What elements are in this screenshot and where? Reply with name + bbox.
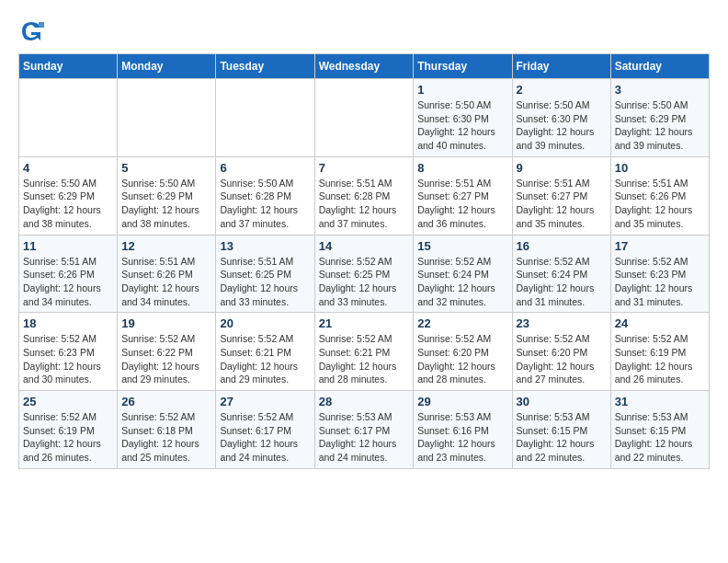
day-number: 12 [121, 239, 211, 253]
day-number: 7 [319, 161, 410, 175]
day-cell: 11Sunrise: 5:51 AM Sunset: 6:26 PM Dayli… [19, 235, 118, 313]
week-row-5: 25Sunrise: 5:52 AM Sunset: 6:19 PM Dayli… [19, 391, 710, 469]
day-cell [19, 79, 118, 157]
day-info: Sunrise: 5:52 AM Sunset: 6:21 PM Dayligh… [319, 332, 410, 386]
day-info: Sunrise: 5:53 AM Sunset: 6:15 PM Dayligh… [517, 410, 607, 465]
day-cell: 7Sunrise: 5:51 AM Sunset: 6:28 PM Daylig… [314, 156, 414, 235]
day-cell: 14Sunrise: 5:52 AM Sunset: 6:25 PM Dayli… [314, 235, 414, 313]
logo [18, 18, 48, 44]
day-info: Sunrise: 5:52 AM Sunset: 6:25 PM Dayligh… [319, 255, 410, 309]
day-number: 3 [615, 83, 705, 97]
day-number: 5 [121, 161, 211, 175]
day-header-thursday: Thursday [414, 54, 512, 79]
day-cell: 24Sunrise: 5:52 AM Sunset: 6:19 PM Dayli… [610, 313, 709, 391]
day-number: 11 [23, 239, 113, 253]
day-cell: 19Sunrise: 5:52 AM Sunset: 6:22 PM Dayli… [118, 313, 216, 391]
day-cell: 28Sunrise: 5:53 AM Sunset: 6:17 PM Dayli… [314, 391, 414, 469]
day-number: 4 [23, 161, 113, 175]
day-number: 20 [220, 316, 310, 330]
day-number: 31 [615, 395, 705, 408]
day-info: Sunrise: 5:50 AM Sunset: 6:29 PM Dayligh… [615, 98, 705, 153]
day-cell: 30Sunrise: 5:53 AM Sunset: 6:15 PM Dayli… [512, 391, 610, 469]
day-number: 21 [319, 316, 410, 330]
day-number: 30 [517, 395, 607, 408]
day-number: 26 [121, 395, 211, 408]
day-number: 29 [417, 395, 507, 408]
day-info: Sunrise: 5:53 AM Sunset: 6:16 PM Dayligh… [417, 410, 507, 465]
day-cell [216, 79, 314, 157]
day-cell: 9Sunrise: 5:51 AM Sunset: 6:27 PM Daylig… [512, 156, 610, 235]
day-info: Sunrise: 5:51 AM Sunset: 6:26 PM Dayligh… [615, 177, 705, 231]
day-info: Sunrise: 5:51 AM Sunset: 6:26 PM Dayligh… [23, 255, 113, 309]
day-info: Sunrise: 5:52 AM Sunset: 6:23 PM Dayligh… [23, 332, 113, 386]
day-info: Sunrise: 5:52 AM Sunset: 6:19 PM Dayligh… [23, 410, 113, 465]
day-header-friday: Friday [512, 54, 610, 79]
day-cell: 17Sunrise: 5:52 AM Sunset: 6:23 PM Dayli… [610, 235, 709, 313]
day-cell [314, 79, 414, 157]
day-info: Sunrise: 5:52 AM Sunset: 6:20 PM Dayligh… [417, 332, 507, 386]
day-cell: 10Sunrise: 5:51 AM Sunset: 6:26 PM Dayli… [610, 156, 709, 235]
day-cell: 8Sunrise: 5:51 AM Sunset: 6:27 PM Daylig… [414, 156, 512, 235]
day-number: 28 [319, 395, 410, 408]
day-number: 27 [220, 395, 310, 408]
day-info: Sunrise: 5:51 AM Sunset: 6:27 PM Dayligh… [517, 177, 607, 231]
day-info: Sunrise: 5:51 AM Sunset: 6:26 PM Dayligh… [121, 255, 211, 309]
day-info: Sunrise: 5:50 AM Sunset: 6:30 PM Dayligh… [417, 98, 507, 153]
day-number: 2 [517, 83, 607, 97]
day-header-wednesday: Wednesday [314, 54, 414, 79]
day-info: Sunrise: 5:52 AM Sunset: 6:17 PM Dayligh… [220, 410, 310, 465]
day-number: 6 [220, 161, 310, 175]
day-number: 8 [417, 161, 507, 175]
week-row-3: 11Sunrise: 5:51 AM Sunset: 6:26 PM Dayli… [19, 235, 710, 313]
day-cell: 27Sunrise: 5:52 AM Sunset: 6:17 PM Dayli… [216, 391, 314, 469]
day-number: 16 [517, 239, 607, 253]
day-number: 18 [23, 316, 113, 330]
day-number: 10 [615, 161, 705, 175]
day-info: Sunrise: 5:51 AM Sunset: 6:28 PM Dayligh… [319, 177, 410, 231]
day-info: Sunrise: 5:50 AM Sunset: 6:29 PM Dayligh… [121, 177, 211, 231]
day-cell: 31Sunrise: 5:53 AM Sunset: 6:15 PM Dayli… [610, 391, 709, 469]
day-header-tuesday: Tuesday [216, 54, 314, 79]
page-header [18, 18, 710, 44]
calendar-header-row: SundayMondayTuesdayWednesdayThursdayFrid… [19, 54, 710, 79]
day-cell: 2Sunrise: 5:50 AM Sunset: 6:30 PM Daylig… [512, 79, 610, 157]
day-info: Sunrise: 5:52 AM Sunset: 6:19 PM Dayligh… [615, 332, 705, 386]
day-number: 22 [417, 316, 507, 330]
day-number: 9 [517, 161, 607, 175]
day-info: Sunrise: 5:53 AM Sunset: 6:17 PM Dayligh… [319, 410, 410, 465]
day-number: 13 [220, 239, 310, 253]
day-info: Sunrise: 5:51 AM Sunset: 6:27 PM Dayligh… [417, 177, 507, 231]
day-cell: 25Sunrise: 5:52 AM Sunset: 6:19 PM Dayli… [19, 391, 118, 469]
day-cell: 13Sunrise: 5:51 AM Sunset: 6:25 PM Dayli… [216, 235, 314, 313]
day-header-saturday: Saturday [610, 54, 709, 79]
day-cell: 26Sunrise: 5:52 AM Sunset: 6:18 PM Dayli… [118, 391, 216, 469]
day-number: 24 [615, 316, 705, 330]
day-number: 1 [417, 83, 507, 97]
day-cell: 18Sunrise: 5:52 AM Sunset: 6:23 PM Dayli… [19, 313, 118, 391]
day-cell: 29Sunrise: 5:53 AM Sunset: 6:16 PM Dayli… [414, 391, 512, 469]
day-cell: 4Sunrise: 5:50 AM Sunset: 6:29 PM Daylig… [19, 156, 118, 235]
day-cell: 16Sunrise: 5:52 AM Sunset: 6:24 PM Dayli… [512, 235, 610, 313]
day-info: Sunrise: 5:51 AM Sunset: 6:25 PM Dayligh… [220, 255, 310, 309]
day-info: Sunrise: 5:50 AM Sunset: 6:28 PM Dayligh… [220, 177, 310, 231]
day-info: Sunrise: 5:50 AM Sunset: 6:30 PM Dayligh… [517, 98, 607, 153]
day-info: Sunrise: 5:52 AM Sunset: 6:23 PM Dayligh… [615, 255, 705, 309]
day-cell [118, 79, 216, 157]
day-info: Sunrise: 5:52 AM Sunset: 6:24 PM Dayligh… [517, 255, 607, 309]
day-number: 17 [615, 239, 705, 253]
day-cell: 1Sunrise: 5:50 AM Sunset: 6:30 PM Daylig… [414, 79, 512, 157]
logo-icon [18, 18, 44, 44]
day-info: Sunrise: 5:52 AM Sunset: 6:18 PM Dayligh… [121, 410, 211, 465]
day-cell: 6Sunrise: 5:50 AM Sunset: 6:28 PM Daylig… [216, 156, 314, 235]
day-number: 14 [319, 239, 410, 253]
week-row-2: 4Sunrise: 5:50 AM Sunset: 6:29 PM Daylig… [19, 156, 710, 235]
day-cell: 15Sunrise: 5:52 AM Sunset: 6:24 PM Dayli… [414, 235, 512, 313]
day-cell: 5Sunrise: 5:50 AM Sunset: 6:29 PM Daylig… [118, 156, 216, 235]
day-cell: 20Sunrise: 5:52 AM Sunset: 6:21 PM Dayli… [216, 313, 314, 391]
week-row-4: 18Sunrise: 5:52 AM Sunset: 6:23 PM Dayli… [19, 313, 710, 391]
week-row-1: 1Sunrise: 5:50 AM Sunset: 6:30 PM Daylig… [19, 79, 710, 157]
day-header-monday: Monday [118, 54, 216, 79]
day-cell: 23Sunrise: 5:52 AM Sunset: 6:20 PM Dayli… [512, 313, 610, 391]
calendar-body: 1Sunrise: 5:50 AM Sunset: 6:30 PM Daylig… [19, 79, 710, 469]
day-number: 19 [121, 316, 211, 330]
